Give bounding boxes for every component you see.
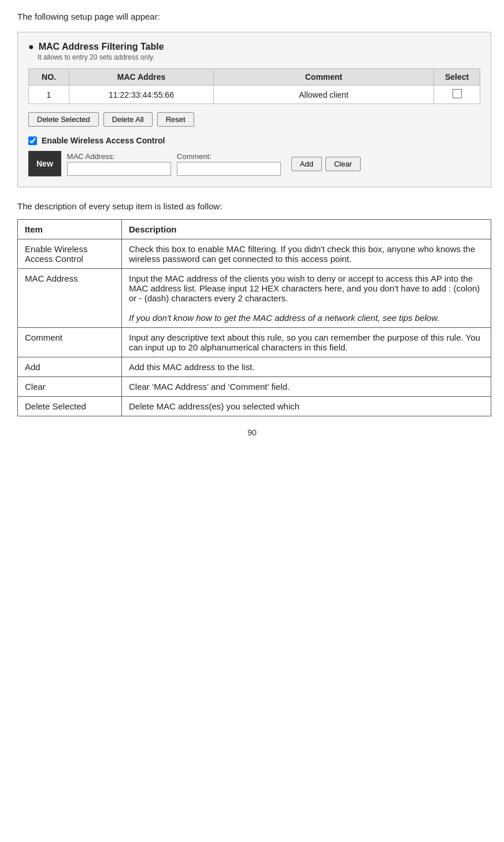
comment-input[interactable]: [177, 162, 281, 176]
setup-box-title: ● MAC Address Filtering Table: [28, 42, 480, 52]
table-cell-no: 1: [29, 86, 69, 104]
table-cell-comment: Allowed client: [214, 86, 434, 104]
desc-header-item: Item: [18, 220, 122, 239]
table-header-select: Select: [434, 69, 480, 86]
desc-item-add: Add: [18, 357, 122, 377]
table-cell-mac: 11:22:33:44:55:66: [69, 86, 214, 104]
desc-row-enable-wireless: Enable Wireless Access Control Check thi…: [18, 239, 491, 269]
enable-wireless-label: Enable Wireless Access Control: [42, 136, 165, 145]
desc-desc-enable-wireless: Check this box to enable MAC filtering. …: [122, 239, 491, 269]
add-clear-buttons: Add Clear: [291, 157, 361, 171]
desc-row-comment: Comment Input any descriptive text about…: [18, 328, 491, 357]
comment-label: Comment:: [177, 152, 212, 161]
intro-text: The following setup page will appear:: [17, 12, 487, 21]
setup-box: ● MAC Address Filtering Table It allows …: [17, 32, 491, 187]
desc-row-add: Add Add this MAC address to the list.: [18, 357, 491, 377]
table-header-comment: Comment: [214, 69, 434, 86]
desc-mac-para2: If you don't know how to get the MAC add…: [129, 313, 439, 323]
new-entry-row: New MAC Address: Comment: Add Clear: [28, 151, 480, 176]
description-table: Item Description Enable Wireless Access …: [17, 219, 491, 416]
reset-button[interactable]: Reset: [157, 112, 194, 127]
mac-address-input[interactable]: [67, 162, 171, 176]
desc-row-delete-selected: Delete Selected Delete MAC address(es) y…: [18, 397, 491, 416]
table-buttons: Delete Selected Delete All Reset: [28, 112, 480, 127]
desc-item-enable-wireless: Enable Wireless Access Control: [18, 239, 122, 269]
new-button[interactable]: New: [28, 151, 61, 176]
table-cell-select[interactable]: [434, 86, 480, 104]
desc-desc-clear: Clear ‘MAC Address’ and ‘Comment’ field.: [122, 377, 491, 397]
page-number: 90: [17, 428, 487, 437]
table-header-mac: MAC Addres: [69, 69, 214, 86]
desc-item-mac-address: MAC Address: [18, 269, 122, 328]
bullet-icon: ●: [28, 42, 34, 52]
comment-field-group: Comment:: [177, 152, 281, 176]
desc-desc-comment: Input any descriptive text about this ru…: [122, 328, 491, 357]
mac-address-label: MAC Address:: [67, 152, 115, 161]
desc-desc-add: Add this MAC address to the list.: [122, 357, 491, 377]
mac-address-table: NO. MAC Addres Comment Select 1 11:22:33…: [28, 68, 480, 104]
desc-row-clear: Clear Clear ‘MAC Address’ and ‘Comment’ …: [18, 377, 491, 397]
table-header-no: NO.: [29, 69, 69, 86]
delete-all-button[interactable]: Delete All: [103, 112, 153, 127]
desc-desc-mac-address: Input the MAC address of the clients you…: [122, 269, 491, 328]
setup-box-subtitle: It allows to entry 20 sets address only.: [38, 53, 480, 61]
table-row: 1 11:22:33:44:55:66 Allowed client: [29, 86, 480, 104]
desc-header-description: Description: [122, 220, 491, 239]
mac-address-field-group: MAC Address:: [67, 152, 171, 176]
desc-row-mac-address: MAC Address Input the MAC address of the…: [18, 269, 491, 328]
desc-desc-delete-selected: Delete MAC address(es) you selected whic…: [122, 397, 491, 416]
desc-item-comment: Comment: [18, 328, 122, 357]
desc-mac-para1: Input the MAC address of the clients you…: [129, 274, 480, 303]
row-select-checkbox[interactable]: [453, 89, 462, 98]
setup-box-title-text: MAC Address Filtering Table: [39, 42, 164, 52]
enable-wireless-row: Enable Wireless Access Control: [28, 136, 480, 145]
enable-wireless-checkbox[interactable]: [28, 136, 37, 145]
desc-item-clear: Clear: [18, 377, 122, 397]
add-button[interactable]: Add: [291, 157, 322, 171]
description-intro: The description of every setup item is l…: [17, 201, 487, 211]
clear-button[interactable]: Clear: [325, 157, 361, 171]
delete-selected-button[interactable]: Delete Selected: [28, 112, 99, 127]
desc-item-delete-selected: Delete Selected: [18, 397, 122, 416]
